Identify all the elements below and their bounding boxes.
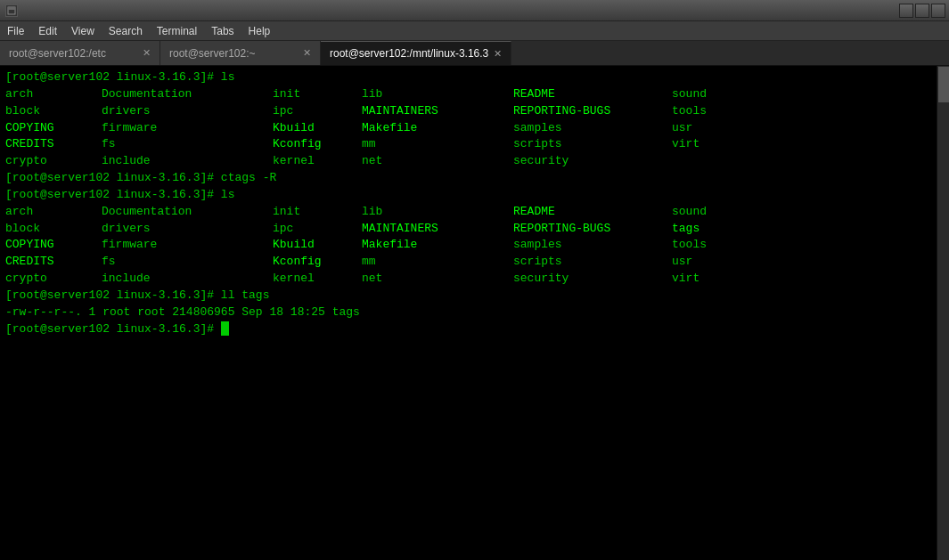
terminal-line-13: [root@server102 linux-3.16.3]# ll tags	[5, 288, 944, 304]
terminal-line-0: [root@server102 linux-3.16.3]# ls	[5, 69, 944, 86]
maximize-button[interactable]	[915, 4, 929, 18]
menu-item-view[interactable]: View	[64, 23, 102, 39]
tab-close-tab2[interactable]: ✕	[303, 47, 311, 59]
terminal-line-6: [root@server102 linux-3.16.3]# ctags -R	[5, 170, 944, 187]
menu-item-edit[interactable]: Edit	[31, 23, 64, 39]
menu-item-help[interactable]: Help	[241, 23, 278, 39]
menu-item-file[interactable]: File	[0, 23, 31, 39]
terminal-line-8: archDocumentationinitlibREADMEsound	[5, 204, 944, 221]
terminal-line-15: [root@server102 linux-3.16.3]#	[5, 321, 944, 338]
window-controls	[899, 4, 945, 18]
svg-rect-1	[8, 7, 15, 10]
menu-item-tabs[interactable]: Tabs	[204, 23, 241, 39]
close-button[interactable]	[931, 4, 945, 18]
menu-item-search[interactable]: Search	[102, 23, 150, 39]
tab-tab1[interactable]: root@server102:/etc✕	[0, 41, 160, 65]
terminal-line-12: cryptoincludekernelnetsecurityvirt	[5, 271, 944, 288]
terminal-line-1: archDocumentationinitlibREADMEsound	[5, 86, 944, 103]
menu-bar: FileEditViewSearchTerminalTabsHelp	[0, 21, 949, 41]
tab-close-tab3[interactable]: ✕	[494, 48, 502, 60]
tab-label-tab2: root@server102:~	[169, 47, 256, 60]
terminal-line-14: -rw-r--r--. 1 root root 214806965 Sep 18…	[5, 304, 944, 321]
terminal-line-11: CREDITSfsKconfigmmscriptsusr	[5, 254, 944, 271]
menu-item-terminal[interactable]: Terminal	[150, 23, 204, 39]
terminal-line-3: COPYINGfirmwareKbuildMakefilesamplesusr	[5, 120, 944, 137]
tab-tab3[interactable]: root@server102:/mnt/linux-3.16.3✕	[321, 41, 511, 65]
terminal-line-4: CREDITSfsKconfigmmscriptsvirt	[5, 136, 944, 153]
tab-label-tab1: root@server102:/etc	[9, 47, 106, 60]
cursor	[221, 321, 229, 336]
terminal-line-2: blockdriversipcMAINTAINERSREPORTING-BUGS…	[5, 103, 944, 120]
tab-bar: root@server102:/etc✕root@server102:~✕roo…	[0, 41, 949, 66]
scrollbar[interactable]	[937, 66, 949, 560]
terminal-line-10: COPYINGfirmwareKbuildMakefilesamplestool…	[5, 237, 944, 254]
title-bar	[0, 0, 949, 21]
scrollbar-thumb[interactable]	[938, 67, 949, 102]
tab-tab2[interactable]: root@server102:~✕	[160, 41, 321, 65]
terminal-output[interactable]: [root@server102 linux-3.16.3]# lsarchDoc…	[0, 66, 949, 560]
window-icon	[5, 4, 18, 17]
terminal-line-7: [root@server102 linux-3.16.3]# ls	[5, 187, 944, 204]
tab-label-tab3: root@server102:/mnt/linux-3.16.3	[330, 47, 488, 60]
tab-close-tab1[interactable]: ✕	[143, 47, 151, 59]
minimize-button[interactable]	[899, 4, 913, 18]
terminal-line-5: cryptoincludekernelnetsecurity	[5, 153, 944, 170]
terminal-line-9: blockdriversipcMAINTAINERSREPORTING-BUGS…	[5, 221, 944, 238]
